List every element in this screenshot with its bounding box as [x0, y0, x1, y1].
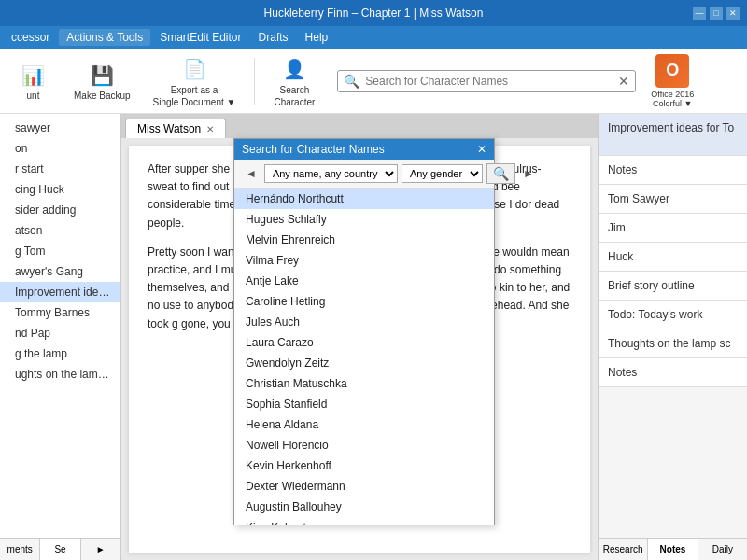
char-search-magnifier: 🔍	[344, 74, 359, 89]
menu-actions[interactable]: Actions & Tools	[59, 29, 150, 46]
char-dropdown-close[interactable]: ✕	[477, 143, 486, 156]
sidebar-tab-arrow[interactable]: ►	[81, 539, 120, 560]
right-panel-brief-story[interactable]: Brief story outline	[599, 272, 747, 301]
menu-accessor[interactable]: ccessor	[4, 29, 57, 46]
search-character-button[interactable]: 👤 SearchCharacter	[266, 50, 322, 112]
gender-filter-select[interactable]: Any gender	[402, 164, 483, 183]
search-char-icon: 👤	[279, 54, 309, 84]
menu-bar: ccessor Actions & Tools SmartEdit Editor…	[0, 26, 747, 49]
character-search-input[interactable]	[365, 75, 618, 88]
window-controls: — □ ✕	[693, 7, 740, 20]
right-panel-notes-header[interactable]: Notes	[599, 156, 747, 185]
right-panel-huck[interactable]: Huck	[599, 243, 747, 272]
doc-tab-close-icon[interactable]: ✕	[206, 124, 214, 134]
char-dropdown-title: Search for Character Names	[242, 143, 385, 156]
sidebar-item-g-tom[interactable]: g Tom	[0, 241, 120, 261]
right-panel-tab-research[interactable]: Research	[599, 539, 648, 560]
minimize-btn[interactable]: —	[693, 7, 706, 20]
right-panel-tab-notes[interactable]: Notes	[648, 539, 698, 560]
char-name-item[interactable]: Helena Aldana	[234, 414, 494, 435]
sidebar-item-atson[interactable]: atson	[0, 220, 120, 241]
char-name-item[interactable]: Kevin Herkenhoff	[234, 455, 494, 476]
search-char-label: SearchCharacter	[274, 84, 315, 108]
char-name-item[interactable]: Kian Kohnstamm	[234, 517, 494, 525]
sidebar-item-sawyer[interactable]: sawyer	[0, 118, 120, 138]
export-icon: 📄	[179, 54, 209, 84]
office-button[interactable]: O Office 2016Colorful ▼	[651, 54, 694, 108]
sidebar-scroll: sawyer on r start cing Huck sider adding…	[0, 114, 120, 538]
right-panel-jim[interactable]: Jim	[599, 214, 747, 243]
right-panel-improvement[interactable]: Improvement ideas for To	[599, 114, 747, 156]
count-icon: 📊	[19, 61, 49, 91]
char-name-item[interactable]: Christian Matuschka	[234, 373, 494, 394]
char-name-item[interactable]: Antje Lake	[234, 271, 494, 291]
char-search-go-btn[interactable]: 🔍	[486, 163, 515, 184]
char-name-item[interactable]: Hernándo Northcutt	[234, 189, 494, 209]
sidebar-item-improvement[interactable]: Improvement ideas for...	[0, 282, 120, 302]
backup-label: Make Backup	[74, 91, 131, 101]
count-button[interactable]: 📊 unt	[7, 57, 59, 105]
sidebar-item-on[interactable]: on	[0, 138, 120, 159]
char-name-item[interactable]: Caroline Hetling	[234, 291, 494, 312]
sidebar-item-g-lamp[interactable]: g the lamp	[0, 343, 120, 364]
export-single-button[interactable]: 📄 Export as aSingle Document ▼	[146, 50, 244, 112]
doc-tab-label: Miss Watson	[137, 122, 201, 135]
character-search-bar[interactable]: 🔍 ✕	[337, 70, 636, 92]
sidebar-item-ughts-lamp[interactable]: ughts on the lamp...	[0, 364, 120, 385]
right-panel-tab-daily[interactable]: Daily	[698, 539, 747, 560]
sidebar-tab-ments[interactable]: ments	[0, 539, 40, 560]
sidebar-item-nd-pap[interactable]: nd Pap	[0, 323, 120, 343]
character-search-close[interactable]: ✕	[618, 74, 629, 89]
doc-tab-bar: Miss Watson ✕	[121, 114, 598, 138]
menu-smartedit[interactable]: SmartEdit Editor	[152, 29, 248, 46]
toolbar-separator	[254, 58, 255, 105]
right-panel-tom-sawyer[interactable]: Tom Sawyer	[599, 185, 747, 214]
right-panel-notes-footer[interactable]: Notes	[599, 358, 747, 387]
char-name-item[interactable]: Melvin Ehrenreich	[234, 230, 494, 250]
sidebar-tabs: ments Se ►	[0, 538, 120, 560]
char-name-list: Hernándo NorthcuttHugues SchlaflyMelvin …	[234, 189, 494, 525]
menu-drafts[interactable]: Drafts	[251, 29, 296, 46]
char-name-item[interactable]: Laura Carazo	[234, 332, 494, 353]
sidebar-item-cing-huck[interactable]: cing Huck	[0, 179, 120, 200]
right-panel-tabs: Research Notes Daily	[599, 538, 747, 560]
nav-arrow-left[interactable]: ◄	[242, 165, 261, 182]
count-label: unt	[27, 91, 40, 101]
char-name-item[interactable]: Jules Auch	[234, 312, 494, 332]
right-panel-todo[interactable]: Todo: Today's work	[599, 301, 747, 329]
right-panel-thoughts-lamp[interactable]: Thoughts on the lamp sc	[599, 329, 747, 358]
make-backup-button[interactable]: 💾 Make Backup	[66, 57, 138, 105]
char-name-item[interactable]: Sophia Stanfield	[234, 394, 494, 414]
office-label: Office 2016Colorful ▼	[651, 90, 694, 108]
main-content: sawyer on r start cing Huck sider adding…	[0, 114, 747, 560]
menu-help[interactable]: Help	[298, 29, 336, 46]
sidebar-item-sider-adding[interactable]: sider adding	[0, 200, 120, 220]
char-name-item[interactable]: Nowell Florencio	[234, 435, 494, 455]
doc-tab-miss-watson[interactable]: Miss Watson ✕	[125, 119, 226, 138]
nav-arrow-right[interactable]: ►	[519, 165, 538, 182]
document-area: Miss Watson ✕ After supper she got out h…	[121, 114, 598, 560]
char-dropdown-header: Search for Character Names ✕	[234, 139, 494, 160]
char-name-item[interactable]: Dexter Wiedermann	[234, 476, 494, 497]
sidebar-item-r-start[interactable]: r start	[0, 159, 120, 179]
sidebar-item-sawyers-gang[interactable]: awyer's Gang	[0, 261, 120, 282]
country-filter-select[interactable]: Any name, any country	[264, 164, 398, 183]
sidebar-tab-se[interactable]: Se	[40, 539, 80, 560]
close-btn[interactable]: ✕	[726, 7, 740, 20]
left-sidebar: sawyer on r start cing Huck sider adding…	[0, 114, 121, 560]
char-name-item[interactable]: Augustin Ballouhey	[234, 497, 494, 517]
office-icon: O	[655, 54, 689, 88]
sidebar-item-tommy[interactable]: Tommy Barnes	[0, 302, 120, 323]
maximize-btn[interactable]: □	[710, 7, 723, 20]
title-bar: Huckleberry Finn – Chapter 1 | Miss Wats…	[0, 0, 747, 26]
char-name-item[interactable]: Hugues Schlafly	[234, 209, 494, 230]
char-search-filters: ◄ Any name, any country Any gender 🔍 ►	[234, 160, 494, 189]
export-label: Export as aSingle Document ▼	[153, 84, 236, 108]
char-name-item[interactable]: Gwendolyn Zeitz	[234, 353, 494, 373]
backup-icon: 💾	[87, 61, 117, 91]
character-search-dropdown[interactable]: Search for Character Names ✕ ◄ Any name,…	[233, 138, 495, 525]
right-panel: Improvement ideas for To Notes Tom Sawye…	[598, 114, 747, 560]
window-title: Huckleberry Finn – Chapter 1 | Miss Wats…	[264, 7, 484, 20]
toolbar: 📊 unt 💾 Make Backup 📄 Export as aSingle …	[0, 49, 747, 114]
char-name-item[interactable]: Vilma Frey	[234, 250, 494, 271]
